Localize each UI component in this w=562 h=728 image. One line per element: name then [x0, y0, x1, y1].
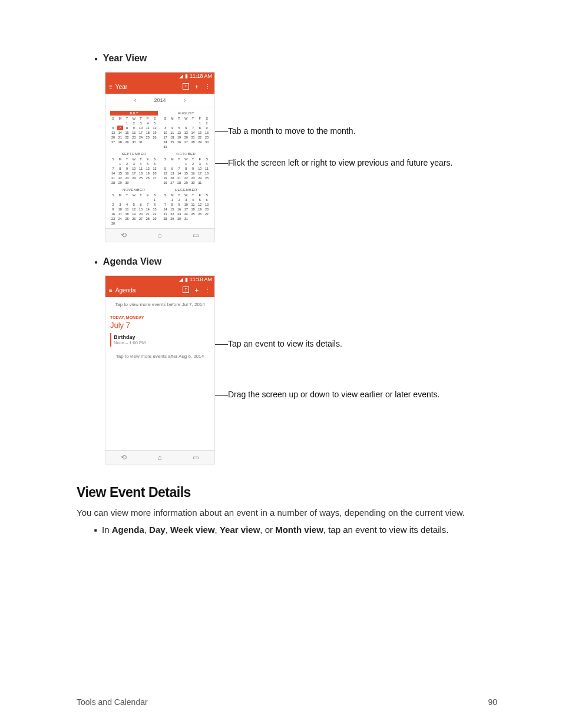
recent-icon[interactable]: ▭ — [193, 231, 199, 239]
year-view-heading: Year View — [77, 53, 497, 64]
months-grid[interactable]: JULYSMTWTFS12345678910111213141516171819… — [105, 107, 214, 228]
app-title-year: Year — [115, 84, 183, 90]
menu-icon[interactable]: ≡ — [109, 288, 112, 292]
battery-icon: ▮ — [185, 276, 188, 282]
agenda-view-label: Agenda View — [103, 256, 161, 266]
more-before[interactable]: Tap to view more events before Jul 7, 20… — [105, 297, 214, 312]
today-icon[interactable]: 7 — [183, 286, 189, 293]
app-bar-agenda: ≡ Agenda 7 + ⋮ — [105, 283, 214, 297]
overflow-icon[interactable]: ⋮ — [204, 83, 211, 91]
event-title: Birthday — [114, 334, 207, 340]
month-name: AUGUST — [163, 111, 210, 116]
app-bar-year: ≡ Year 7 + ⋮ — [105, 80, 214, 94]
more-after[interactable]: Tap to view more events after Aug 6, 201… — [105, 349, 214, 364]
agenda-body[interactable]: Tap to view more events before Jul 7, 20… — [105, 297, 214, 450]
callout-drag: Drag the screen up or down to view earli… — [228, 390, 440, 399]
footer-section: Tools and Calendar — [77, 697, 148, 707]
year-label: 2014 — [154, 97, 166, 103]
agenda-day-header: TODAY, MONDAY July 7 — [105, 312, 214, 331]
year-view-label: Year View — [103, 53, 147, 63]
status-time: 11:18 AM — [190, 73, 212, 79]
month-block[interactable]: JULYSMTWTFS12345678910111213141516171819… — [110, 111, 158, 149]
overflow-icon[interactable]: ⋮ — [204, 286, 211, 294]
details-bullet: In Agenda, Day, Week view, Year view, or… — [77, 525, 497, 535]
footer-page: 90 — [488, 697, 497, 707]
add-icon[interactable]: + — [195, 83, 199, 91]
month-block[interactable]: DECEMBERSMTWTFS1234567891011121314151617… — [163, 187, 210, 226]
month-name: DECEMBER — [163, 187, 210, 192]
event-time: Noon – 1:00 PM — [114, 340, 207, 345]
month-block[interactable]: AUGUSTSMTWTFS123456789101112131415161718… — [163, 111, 210, 149]
back-icon[interactable]: ⟲ — [121, 453, 127, 462]
signal-icon: ◢ — [179, 276, 183, 282]
month-block[interactable]: OCTOBERSMTWTFS12345678910111213141516171… — [163, 151, 210, 185]
status-bar-2: ◢ ▮ 11:18 AM — [105, 276, 214, 283]
status-bar: ◢ ▮ 11:18 AM — [105, 73, 214, 80]
agenda-day-label: TODAY, MONDAY — [110, 315, 210, 319]
back-icon[interactable]: ⟲ — [121, 231, 127, 239]
home-icon[interactable]: ⌂ — [157, 453, 161, 462]
recent-icon[interactable]: ▭ — [193, 453, 199, 462]
month-block[interactable]: NOVEMBERSMTWTFS1234567891011121314151617… — [110, 187, 158, 226]
phone-year: ◢ ▮ 11:18 AM ≡ Year 7 + ⋮ ‹ 2014 › JULYS… — [105, 72, 215, 242]
details-intro: You can view more information about an e… — [77, 508, 497, 518]
today-icon[interactable]: 7 — [183, 83, 189, 90]
home-icon[interactable]: ⌂ — [157, 231, 161, 239]
next-year-icon[interactable]: › — [184, 96, 186, 104]
app-title-agenda: Agenda — [115, 287, 183, 294]
month-name: OCTOBER — [163, 151, 210, 156]
page-footer: Tools and Calendar 90 — [77, 697, 497, 707]
phone-agenda: ◢ ▮ 11:18 AM ≡ Agenda 7 + ⋮ Tap to view … — [105, 275, 215, 465]
month-name: JULY — [110, 111, 158, 116]
year-view-figure: ◢ ▮ 11:18 AM ≡ Year 7 + ⋮ ‹ 2014 › JULYS… — [105, 72, 497, 242]
agenda-view-heading: Agenda View — [77, 256, 497, 267]
callout-tap-event: Tap an event to view its details. — [228, 339, 440, 348]
callout-flick: Flick the screen left or right to view p… — [228, 158, 452, 167]
battery-icon: ▮ — [185, 73, 188, 79]
month-name: SEPTEMBER — [110, 151, 158, 156]
month-name: NOVEMBER — [110, 187, 158, 192]
month-block[interactable]: SEPTEMBERSMTWTFS123456789101112131415161… — [110, 151, 158, 185]
phone-nav-bar-2: ⟲ ⌂ ▭ — [105, 450, 214, 464]
agenda-view-figure: ◢ ▮ 11:18 AM ≡ Agenda 7 + ⋮ Tap to view … — [105, 275, 497, 465]
phone-nav-bar: ⟲ ⌂ ▭ — [105, 228, 214, 242]
year-nav: ‹ 2014 › — [105, 94, 214, 107]
signal-icon: ◢ — [179, 73, 183, 79]
add-icon[interactable]: + — [195, 286, 199, 294]
callout-tab-month: Tab a month to move to the month. — [228, 126, 452, 136]
menu-icon[interactable]: ≡ — [109, 85, 112, 89]
prev-year-icon[interactable]: ‹ — [134, 96, 136, 104]
status-time-2: 11:18 AM — [190, 276, 212, 282]
agenda-event[interactable]: Birthday Noon – 1:00 PM — [110, 333, 210, 347]
view-event-details-heading: View Event Details — [77, 485, 497, 500]
agenda-day-date: July 7 — [110, 321, 210, 330]
